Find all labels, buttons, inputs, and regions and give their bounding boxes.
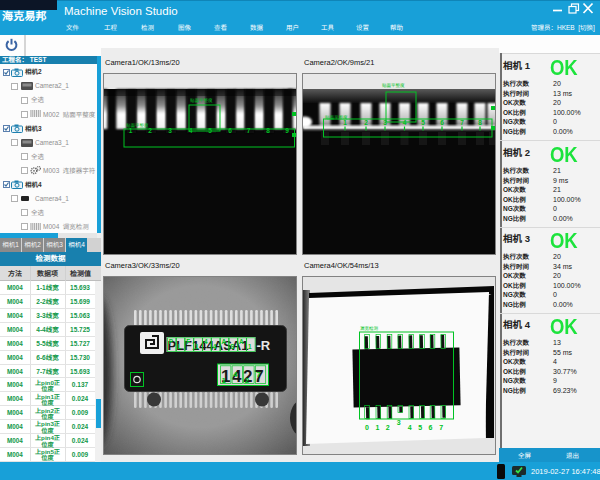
svg-text:贴面平整度: 贴面平整度 [382,83,405,88]
svg-text:3: 3 [397,419,401,426]
svg-text:4: 4 [408,424,412,431]
svg-text:A: A [239,338,244,345]
svg-text:0: 0 [365,424,369,431]
svg-text:4: 4 [213,343,217,350]
svg-text:6: 6 [228,127,232,134]
svg-text:2: 2 [245,376,250,385]
svg-text:3: 3 [168,127,172,134]
svg-text:4: 4 [403,119,407,126]
svg-text:7: 7 [247,127,251,134]
svg-text:3: 3 [383,119,387,126]
svg-text:P: P [169,338,174,345]
svg-text:2: 2 [386,424,390,431]
svg-text:7: 7 [256,370,261,379]
svg-text:8: 8 [266,127,270,134]
svg-text:9: 9 [285,127,289,134]
svg-text:1: 1 [248,343,252,350]
svg-text:贴面平整度: 贴面平整度 [190,98,213,103]
svg-text:1: 1 [129,127,133,134]
svg-text:2: 2 [364,119,368,126]
svg-text:4: 4 [204,338,208,345]
svg-text:4: 4 [233,370,238,379]
svg-text:5: 5 [421,119,425,126]
svg-text:S: S [230,343,235,350]
svg-text:7: 7 [439,424,443,431]
svg-text:L: L [178,343,182,350]
svg-text:F: F [186,338,190,345]
svg-text:1: 1 [343,119,347,126]
svg-text:1: 1 [195,343,199,350]
svg-text:5: 5 [418,424,422,431]
svg-text:A: A [222,338,227,345]
svg-text:7: 7 [460,119,464,126]
svg-text:4: 4 [189,127,193,134]
svg-text:6: 6 [429,424,433,431]
svg-text:1: 1 [376,424,380,431]
svg-text:6: 6 [440,119,444,126]
svg-text:1: 1 [222,376,227,385]
svg-text:5: 5 [208,127,212,134]
svg-text:2: 2 [148,127,152,134]
svg-text:漏宽检测: 漏宽检测 [360,326,378,331]
svg-text:-R: -R [257,338,271,353]
svg-text:8: 8 [478,119,482,126]
